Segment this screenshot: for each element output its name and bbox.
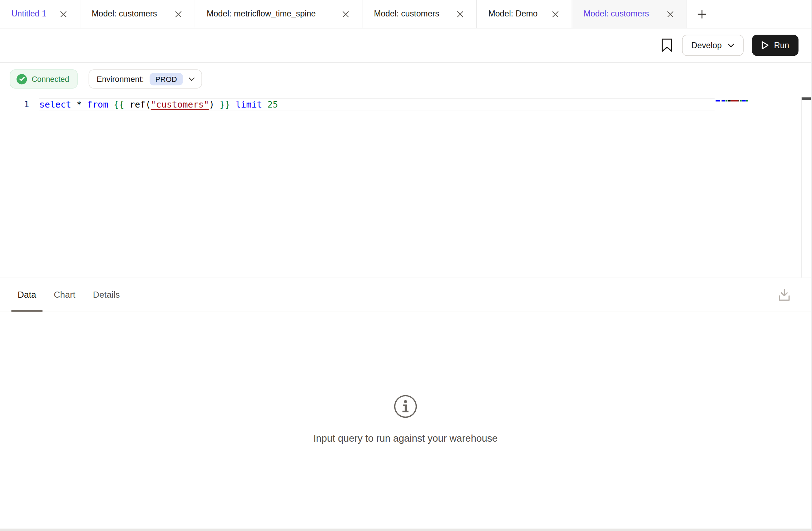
bookmark-button[interactable] [661,38,673,52]
code-token: ref [129,99,145,110]
minimap-segment [716,100,720,101]
code-token [71,99,76,110]
download-button[interactable] [778,288,791,302]
develop-button-label: Develop [691,41,722,50]
editor-tab[interactable]: Model: customers [80,0,195,28]
connection-status-badge: Connected [10,69,78,89]
editor-tab-label: Untitled 1 [11,9,46,19]
results-empty-state: Input query to run against your warehous… [0,394,811,444]
line-number-gutter: 1 [0,98,29,111]
environment-value-chip: PROD [150,73,183,85]
environment-selector[interactable]: Environment: PROD [88,69,202,89]
play-icon [761,41,769,50]
sql-editor[interactable]: 1 select * from {{ ref("customers") }} l… [0,96,811,278]
editor-tab[interactable]: Model: Demo [477,0,573,28]
code-token [230,99,236,110]
minimap-segment [731,100,738,101]
close-icon[interactable] [342,11,349,18]
toolbar: Develop Run [0,29,811,63]
code-token: {{ [114,99,124,110]
environment-label: Environment: [96,74,144,84]
editor-tab-label: Model: metricflow_time_spine [207,9,316,19]
code-token: 25 [267,99,278,110]
code-token [214,99,220,110]
editor-tab[interactable]: Model: customers [572,0,687,28]
editor-scrollbar-thumb[interactable] [802,97,811,100]
code-token [124,99,130,110]
chevron-down-icon [188,77,194,81]
new-tab-button[interactable] [687,0,716,28]
code-token [262,99,267,110]
code-token: limit [236,99,262,110]
editor-tab-label: Model: Demo [488,9,538,19]
results-tab-label: Data [18,290,36,300]
results-tab-chart[interactable]: Chart [48,278,81,312]
ide-window: Untitled 1Model: customersModel: metricf… [0,0,812,531]
editor-tab-label: Model: customers [374,9,439,19]
code-token: * [76,99,82,110]
code-token: ) [209,99,214,110]
close-icon[interactable] [175,11,182,18]
results-tab-bar: DataChartDetails [0,278,811,312]
code-token: "customers" [151,99,209,110]
close-icon[interactable] [667,11,674,18]
run-button[interactable]: Run [752,35,798,56]
code-token: ( [145,99,151,110]
code-token: select [39,99,71,110]
code-line[interactable]: select * from {{ ref("customers") }} lim… [39,98,278,111]
minimap-segment [742,100,746,101]
minimap-segment [722,100,725,101]
connection-status-label: Connected [31,75,69,84]
editor-minimap[interactable] [716,100,748,101]
info-icon [393,394,417,418]
code-token: from [87,99,108,110]
results-tab-details[interactable]: Details [87,278,126,312]
results-panel: DataChartDetails [0,278,811,445]
editor-tab[interactable]: Model: customers [362,0,477,28]
editor-tab[interactable]: Model: metricflow_time_spine [195,0,362,28]
bookmark-icon [661,38,673,52]
editor-tab-bar: Untitled 1Model: customersModel: metricf… [0,0,811,29]
editor-tab-label: Model: customers [584,9,649,19]
line-number: 1 [24,99,29,109]
bottom-edge [0,529,811,531]
close-icon[interactable] [457,11,464,18]
editor-scrollbar-track [801,97,802,278]
download-icon [778,288,791,302]
plus-icon [697,9,707,19]
develop-button[interactable]: Develop [682,35,743,56]
results-tab-label: Details [93,290,120,300]
editor-tab[interactable]: Untitled 1 [0,0,80,28]
code-token: }} [220,99,231,110]
chevron-down-icon [727,43,734,48]
code-token [82,99,87,110]
editor-tab-label: Model: customers [91,9,157,19]
results-tab-label: Chart [54,290,75,300]
status-row: Connected Environment: PROD [10,69,811,89]
results-tab-data[interactable]: Data [11,278,43,312]
close-icon[interactable] [60,11,67,18]
empty-state-message: Input query to run against your warehous… [313,433,498,444]
check-icon [16,74,27,84]
code-token [108,99,114,110]
run-button-label: Run [774,41,789,50]
close-icon[interactable] [552,11,559,18]
minimap-segment [746,100,748,101]
